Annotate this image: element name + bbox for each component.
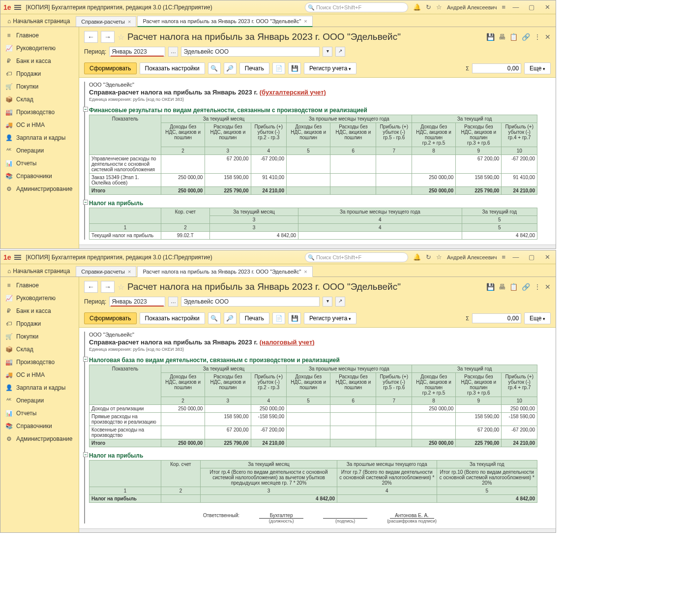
nav-purchases[interactable]: 🛒Покупки	[0, 330, 79, 343]
register-button[interactable]: Регистр учета	[304, 62, 356, 74]
nav-bank[interactable]: ₽Банк и касса	[0, 55, 79, 67]
maximize-button[interactable]: ▢	[526, 253, 537, 261]
menu-icon[interactable]	[14, 4, 21, 11]
form-button[interactable]: Сформировать	[84, 62, 137, 74]
collapse-icon[interactable]: −	[83, 200, 88, 205]
nav-purchases[interactable]: 🛒Покупки	[0, 80, 79, 93]
search-input[interactable]: Поиск Ctrl+Shift+F	[305, 252, 408, 262]
history-icon[interactable]: ↻	[426, 3, 431, 11]
maximize-button[interactable]: ▢	[526, 3, 537, 11]
favorite-icon[interactable]: ☆	[118, 282, 124, 292]
nav-manager[interactable]: 📈Руководителю	[0, 292, 79, 305]
search-input[interactable]: Поиск Ctrl+Shift+F	[305, 2, 408, 12]
close-icon[interactable]: ×	[128, 19, 131, 25]
forward-button[interactable]: →	[101, 31, 115, 43]
period-input[interactable]: Январь 2023	[109, 297, 165, 307]
period-input[interactable]: Январь 2023	[109, 47, 165, 57]
print-preview-icon[interactable]: 📄	[272, 62, 285, 74]
home-tab[interactable]: ⌂Начальная страница	[2, 16, 75, 27]
nav-warehouse[interactable]: 📦Склад	[0, 93, 79, 106]
print-button[interactable]: Печать	[239, 312, 269, 324]
more-icon[interactable]: ⋮	[534, 283, 541, 291]
nav-catalogs[interactable]: 📚Справочники	[0, 170, 79, 183]
nav-warehouse[interactable]: 📦Склад	[0, 343, 79, 356]
nav-salary[interactable]: 👤Зарплата и кадры	[0, 131, 79, 144]
close-icon[interactable]: ×	[128, 269, 131, 275]
nav-sales[interactable]: 🏷Продажи	[0, 67, 79, 80]
save-icon[interactable]: 💾	[486, 283, 495, 291]
org-input[interactable]: Эдельвейс ООО	[181, 47, 320, 57]
search-icon[interactable]: 🔍	[208, 62, 221, 74]
close-button[interactable]: ✕	[542, 3, 553, 11]
nav-catalogs[interactable]: 📚Справочники	[0, 420, 79, 432]
search-icon[interactable]: 🔍	[208, 312, 221, 324]
collapse-icon[interactable]: −	[83, 107, 88, 112]
form-button[interactable]: Сформировать	[84, 312, 137, 324]
page-close-icon[interactable]: ✕	[545, 283, 551, 291]
print-button[interactable]: Печать	[239, 62, 269, 74]
nav-sales[interactable]: 🏷Продажи	[0, 317, 79, 330]
page-close-icon[interactable]: ✕	[545, 33, 551, 41]
save-icon[interactable]: 💾	[486, 33, 495, 41]
nav-main[interactable]: ≡Главное	[0, 279, 79, 292]
back-button[interactable]: ←	[84, 31, 98, 43]
user-label[interactable]: Андрей Алексеевич	[447, 254, 497, 260]
sum-input[interactable]	[472, 63, 521, 73]
minimize-button[interactable]: —	[510, 3, 521, 11]
nav-os-nma[interactable]: 🚚ОС и НМА	[0, 119, 79, 131]
save-file-icon[interactable]: 💾	[288, 62, 301, 74]
nav-operations[interactable]: ᴬᴷОперации	[0, 144, 79, 157]
back-button[interactable]: ←	[84, 281, 98, 293]
tab-report[interactable]: Расчет налога на прибыль за Январь 2023 …	[137, 266, 312, 277]
org-open-button[interactable]: ↗	[335, 297, 345, 307]
more-button[interactable]: Еще	[524, 312, 551, 324]
scrollbar[interactable]	[79, 245, 556, 248]
sigma-icon[interactable]: Σ	[466, 315, 469, 321]
nav-admin[interactable]: ⚙Администрирование	[0, 183, 79, 195]
user-label[interactable]: Андрей Алексеевич	[447, 4, 497, 10]
nav-production[interactable]: 🏭Производство	[0, 356, 79, 369]
user-menu-icon[interactable]: ≡	[502, 3, 505, 11]
bell-icon[interactable]: 🔔	[413, 253, 421, 261]
star-icon[interactable]: ☆	[436, 253, 442, 261]
link-icon[interactable]: 🔗	[522, 33, 530, 41]
tab-spravki[interactable]: Справки-расчеты×	[76, 266, 136, 277]
nav-reports[interactable]: 📊Отчеты	[0, 157, 79, 170]
nav-admin[interactable]: ⚙Администрирование	[0, 432, 79, 445]
menu-icon[interactable]	[14, 254, 21, 261]
tab-report[interactable]: Расчет налога на прибыль за Январь 2023 …	[137, 16, 312, 27]
more-button[interactable]: Еще	[524, 62, 551, 74]
collapse-icon[interactable]: −	[83, 357, 88, 362]
nav-production[interactable]: 🏭Производство	[0, 106, 79, 119]
nav-reports[interactable]: 📊Отчеты	[0, 407, 79, 420]
nav-salary[interactable]: 👤Зарплата и кадры	[0, 381, 79, 394]
close-button[interactable]: ✕	[542, 253, 553, 261]
sigma-icon[interactable]: Σ	[466, 65, 469, 71]
nav-main[interactable]: ≡Главное	[0, 29, 79, 42]
minimize-button[interactable]: —	[510, 253, 521, 261]
report-area[interactable]: ООО "Эдельвейс" Справка-расчет налога на…	[79, 328, 556, 528]
user-menu-icon[interactable]: ≡	[502, 253, 505, 261]
sum-input[interactable]	[472, 313, 521, 323]
org-open-button[interactable]: ↗	[335, 47, 345, 57]
nav-os-nma[interactable]: 🚚ОС и НМА	[0, 369, 79, 381]
star-icon[interactable]: ☆	[436, 3, 442, 11]
report-area[interactable]: ООО "Эдельвейс" Справка-расчет налога на…	[79, 78, 556, 245]
nav-manager[interactable]: 📈Руководителю	[0, 42, 79, 55]
period-picker-button[interactable]: …	[168, 47, 178, 57]
history-icon[interactable]: ↻	[426, 253, 431, 261]
favorite-icon[interactable]: ☆	[118, 32, 124, 42]
print-icon[interactable]: 🖶	[499, 283, 505, 291]
tab-spravki[interactable]: Справки-расчеты×	[76, 16, 136, 27]
search-next-icon[interactable]: 🔎	[224, 62, 237, 74]
nav-bank[interactable]: ₽Банк и касса	[0, 305, 79, 317]
close-icon[interactable]: ×	[304, 269, 307, 275]
period-picker-button[interactable]: …	[168, 297, 178, 307]
org-dropdown-button[interactable]: ▾	[323, 47, 332, 57]
home-tab[interactable]: ⌂Начальная страница	[2, 266, 75, 277]
settings-button[interactable]: Показать настройки	[140, 62, 205, 74]
print-preview-icon[interactable]: 📄	[272, 312, 285, 324]
org-input[interactable]: Эдельвейс ООО	[181, 297, 320, 307]
register-button[interactable]: Регистр учета	[304, 312, 356, 324]
bell-icon[interactable]: 🔔	[413, 3, 421, 11]
